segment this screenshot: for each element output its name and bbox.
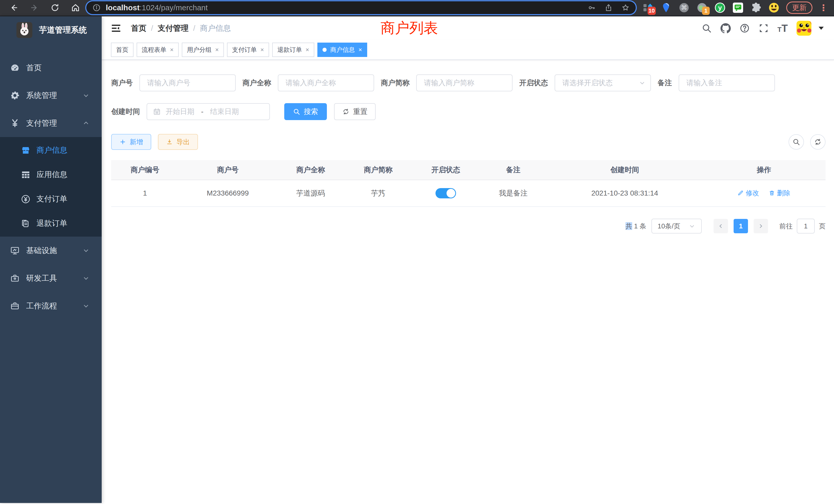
sidebar-item-payment[interactable]: 支付管理 xyxy=(0,109,102,137)
breadcrumb-home[interactable]: 首页 xyxy=(131,23,146,33)
dashboard-icon xyxy=(9,63,21,73)
date-range-picker[interactable]: 开始日期 - 结束日期 xyxy=(147,103,270,120)
extension-badge: 10 xyxy=(648,7,656,15)
github-icon[interactable] xyxy=(721,23,731,33)
short-name-input[interactable] xyxy=(417,79,512,87)
cell-create-time: 2021-10-23 08:31:14 xyxy=(547,180,703,207)
pagination: 共 1 条 10条/页 1 前往 页 xyxy=(111,219,826,233)
svg-text:⌘: ⌘ xyxy=(681,4,687,11)
sidebar-item-infrastructure[interactable]: 基础设施 xyxy=(0,236,102,264)
browser-back-icon[interactable] xyxy=(9,3,19,13)
user-avatar[interactable] xyxy=(796,21,811,36)
browser-update-button[interactable]: 更新 xyxy=(786,2,812,14)
table-tools xyxy=(789,134,826,150)
site-info-icon[interactable] xyxy=(92,4,101,12)
extension-chat-icon[interactable] xyxy=(732,2,744,13)
breadcrumb-payment[interactable]: 支付管理 xyxy=(158,23,189,33)
extension-command-icon[interactable]: ⌘ xyxy=(678,2,690,13)
status-toggle[interactable] xyxy=(436,188,456,198)
close-icon[interactable]: × xyxy=(306,47,309,53)
goto-page-input[interactable] xyxy=(797,219,815,233)
share-icon[interactable] xyxy=(605,4,613,12)
cell-id: 1 xyxy=(111,180,179,207)
reset-button[interactable]: 重置 xyxy=(334,103,376,120)
tab-process-form[interactable]: 流程表单× xyxy=(137,43,179,57)
delete-link[interactable]: 删除 xyxy=(769,189,790,198)
tags-view: 首页 流程表单× 用户分组× 支付订单× 退款订单× 商户信息× xyxy=(102,40,834,60)
extension-badge: 1 xyxy=(702,7,710,15)
navbar: 首页 / 支付管理 / 商户信息 xyxy=(102,17,834,40)
sidebar-subitem-pay-order[interactable]: 支付订单 xyxy=(0,187,102,211)
screen: localhost:1024/pay/merchant 10 ⌘ xyxy=(0,0,834,504)
sidebar-logo-row[interactable]: 芋道管理系统 xyxy=(0,17,102,45)
tab-refund-order[interactable]: 退款订单× xyxy=(272,43,314,57)
merchant-table: 商户编号 商户号 商户全称 商户简称 开启状态 备注 创建时间 操作 1 xyxy=(111,160,826,207)
fullscreen-icon[interactable] xyxy=(759,23,769,33)
grid-icon xyxy=(20,170,31,180)
prev-page-button[interactable] xyxy=(714,219,728,233)
browser-forward-icon[interactable] xyxy=(29,3,40,13)
extension-status-icon[interactable]: 1 xyxy=(696,2,708,13)
url-text: localhost:1024/pay/merchant xyxy=(106,3,579,12)
filter-create-time: 创建时间 开始日期 - 结束日期 xyxy=(111,103,270,120)
page-number-1[interactable]: 1 xyxy=(733,219,748,233)
remark-input[interactable] xyxy=(679,79,774,87)
extension-blocks-icon[interactable]: 10 xyxy=(642,2,654,13)
sidebar-subitem-merchant-info[interactable]: 商户信息 xyxy=(0,138,102,162)
page-size-select[interactable]: 10条/页 xyxy=(652,219,702,233)
goto-label: 前往 xyxy=(779,222,793,231)
browser-reload-icon[interactable] xyxy=(50,3,60,13)
sidebar-item-dev-tools[interactable]: 研发工具 xyxy=(0,264,102,292)
filter-full-name: 商户全称 xyxy=(242,74,374,91)
tab-pay-order[interactable]: 支付订单× xyxy=(227,43,269,57)
monitor-icon xyxy=(9,246,21,255)
add-button[interactable]: 新增 xyxy=(111,134,151,150)
navbar-right: TT xyxy=(702,21,824,36)
breadcrumb: 首页 / 支付管理 / 商户信息 xyxy=(131,23,231,33)
browser-home-icon[interactable] xyxy=(70,3,81,13)
chevron-down-icon xyxy=(639,79,646,87)
browser-menu-icon[interactable]: ⋮ xyxy=(819,3,828,12)
close-icon[interactable]: × xyxy=(215,47,219,53)
sidebar-item-system[interactable]: 系统管理 xyxy=(0,82,102,109)
search-icon[interactable] xyxy=(702,23,712,33)
main-area: 商户列表 首页 / 支付管理 / 商户信息 xyxy=(102,17,834,503)
filter-short-name: 商户简称 xyxy=(381,74,512,91)
sidebar-item-home[interactable]: 首页 xyxy=(0,54,102,82)
sidebar-subitem-app-info[interactable]: 应用信息 xyxy=(0,162,102,187)
next-page-button[interactable] xyxy=(754,219,768,233)
chevron-down-icon xyxy=(82,247,90,254)
sidebar-subitem-refund-order[interactable]: 退款订单 xyxy=(0,211,102,235)
export-button[interactable]: 导出 xyxy=(158,134,198,150)
status-select[interactable] xyxy=(555,79,651,87)
close-icon[interactable]: × xyxy=(170,47,174,53)
caret-down-icon[interactable] xyxy=(818,27,824,30)
close-icon[interactable]: × xyxy=(358,47,362,53)
active-dot xyxy=(323,48,327,52)
bookmark-star-icon[interactable] xyxy=(621,4,630,12)
tab-merchant-info[interactable]: 商户信息× xyxy=(317,43,367,57)
refresh-button[interactable] xyxy=(810,134,826,150)
close-icon[interactable]: × xyxy=(260,47,264,53)
extensions-puzzle-icon[interactable] xyxy=(750,2,762,13)
tab-home[interactable]: 首页 xyxy=(111,43,133,57)
merchant-no-input[interactable] xyxy=(140,79,235,87)
url-bar[interactable]: localhost:1024/pay/merchant xyxy=(86,1,636,14)
help-icon[interactable] xyxy=(740,23,750,33)
filter-row-1: 商户号 商户全称 商户简称 开启状态 xyxy=(111,74,826,91)
tab-user-group[interactable]: 用户分组× xyxy=(182,43,224,57)
password-key-icon[interactable] xyxy=(588,4,596,12)
cell-remark: 我是备注 xyxy=(479,180,547,207)
font-size-icon[interactable]: TT xyxy=(777,23,788,34)
search-button[interactable]: 搜索 xyxy=(284,103,327,120)
cell-actions: 修改 删除 xyxy=(702,180,826,207)
yen-icon xyxy=(9,118,21,128)
full-name-input[interactable] xyxy=(278,79,374,87)
sidebar-item-workflow[interactable]: 工作流程 xyxy=(0,292,102,320)
extension-y-icon[interactable]: y xyxy=(714,2,726,13)
edit-link[interactable]: 修改 xyxy=(738,189,759,198)
extension-emoji-icon[interactable] xyxy=(768,2,780,13)
toggle-search-button[interactable] xyxy=(789,134,804,150)
sidebar-toggle-icon[interactable] xyxy=(110,23,122,34)
extension-pin-icon[interactable] xyxy=(660,2,672,13)
